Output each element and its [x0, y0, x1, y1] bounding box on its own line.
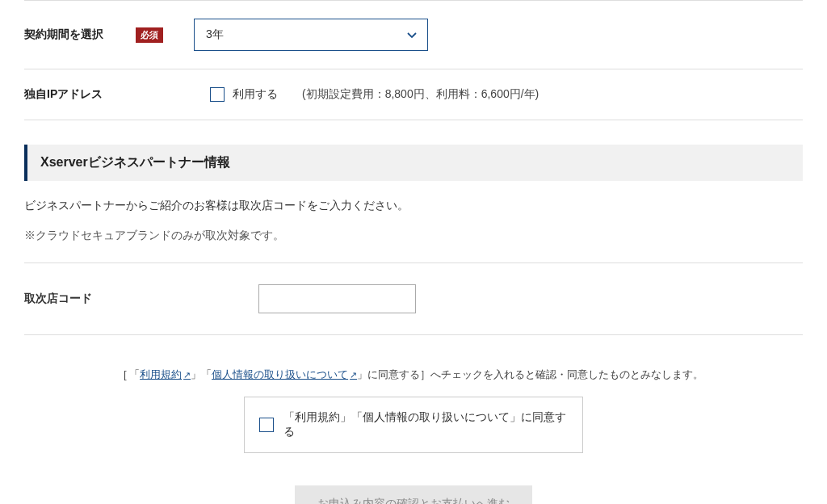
ip-note: (初期設定費用：8,800円、利用料：6,600円/年)	[302, 87, 539, 102]
terms-mid: 」「	[191, 368, 212, 380]
ip-address-label: 独自IPアドレス	[24, 87, 103, 102]
contract-period-selected[interactable]: 3年	[194, 19, 428, 51]
external-link-icon: ↗	[350, 370, 357, 380]
partner-text: ビジネスパートナーからご紹介のお客様は取次店コードをご入力ください。	[24, 195, 803, 216]
ip-use-label: 利用する	[233, 87, 278, 102]
partner-heading: Xserverビジネスパートナー情報	[24, 145, 803, 181]
contract-period-select[interactable]: 3年	[194, 19, 428, 51]
agency-code-label: 取次店コード	[24, 292, 258, 306]
contract-period-value-col: 3年	[194, 19, 803, 51]
agency-code-row: 取次店コード	[24, 262, 803, 335]
terms-line: [ 「利用規約↗」「個人情報の取り扱いについて↗」に同意する］へチェックを入れる…	[24, 368, 803, 382]
checkbox-icon	[210, 87, 225, 102]
submit-button[interactable]: お申込み内容の確認とお支払いへ進む	[295, 485, 532, 504]
contract-period-label: 契約期間を選択	[24, 27, 103, 42]
partner-note: ※クラウドセキュアブランドのみが取次対象です。	[24, 229, 803, 243]
ip-use-checkbox[interactable]: 利用する	[210, 87, 278, 102]
privacy-link[interactable]: 個人情報の取り扱いについて↗	[212, 368, 357, 380]
terms-link[interactable]: 利用規約↗	[140, 368, 191, 380]
contract-period-row: 契約期間を選択 必須 3年	[24, 0, 803, 69]
ip-address-label-col: 独自IPアドレス	[24, 87, 194, 102]
terms-prefix: [ 「	[124, 368, 140, 380]
agree-box[interactable]: 「利用規約」「個人情報の取り扱いについて」に同意する	[244, 397, 583, 453]
submit-wrap: お申込み内容の確認とお支払いへ進む	[24, 485, 803, 504]
agree-checkbox-icon	[259, 418, 274, 432]
ip-address-value-col: 利用する (初期設定費用：8,800円、利用料：6,600円/年)	[194, 87, 803, 102]
contract-period-label-col: 契約期間を選択 必須	[24, 27, 194, 43]
external-link-icon: ↗	[183, 370, 191, 380]
divider	[24, 120, 803, 120]
agree-label: 「利用規約」「個人情報の取り扱いについて」に同意する	[283, 410, 569, 439]
terms-suffix: 」に同意する］へチェックを入れると確認・同意したものとみなします。	[357, 368, 703, 380]
required-badge: 必須	[136, 27, 163, 43]
agency-code-input[interactable]	[258, 284, 416, 313]
ip-address-row: 独自IPアドレス 利用する (初期設定費用：8,800円、利用料：6,600円/…	[24, 69, 803, 120]
